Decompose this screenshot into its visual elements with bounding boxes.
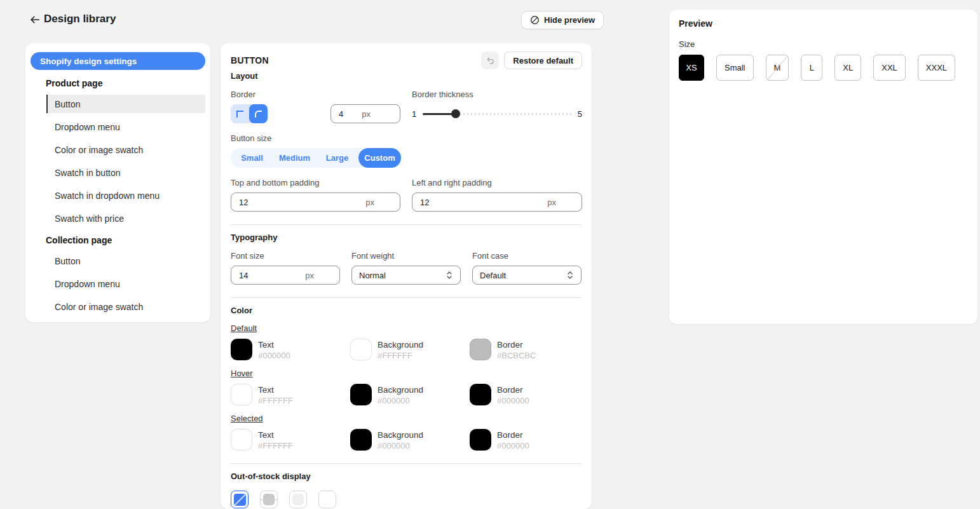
divider bbox=[231, 224, 582, 225]
hide-preview-label: Hide preview bbox=[544, 15, 595, 25]
oos-option-light-fill[interactable] bbox=[289, 491, 307, 508]
color-swatch[interactable] bbox=[350, 429, 372, 451]
swatch-hex: #000000 bbox=[258, 351, 290, 360]
sidebar-item-dropdown-menu[interactable]: Dropdown menu bbox=[31, 118, 205, 136]
color-swatch[interactable] bbox=[231, 429, 252, 451]
color-swatch-selected-border[interactable]: Border#000000 bbox=[470, 429, 582, 451]
color-swatch-selected-text[interactable]: Text#FFFFFF bbox=[231, 429, 350, 451]
sidebar-item-swatch-in-dropdown-menu[interactable]: Swatch in dropdown menu bbox=[31, 186, 205, 205]
arrow-left-icon bbox=[29, 14, 41, 27]
eye-off-icon bbox=[530, 15, 540, 25]
color-swatch-hover-border[interactable]: Border#000000 bbox=[470, 384, 582, 405]
border-radius-unit: px bbox=[362, 109, 392, 119]
font-case-select[interactable]: Default bbox=[472, 266, 582, 285]
color-swatch-hover-background[interactable]: Background#000000 bbox=[350, 384, 470, 405]
preview-size-button-l[interactable]: L bbox=[801, 55, 822, 81]
preview-size-button-m[interactable]: M bbox=[766, 55, 789, 81]
design-library-app: Design library Hide preview Shopify desi… bbox=[0, 0, 980, 509]
color-swatch[interactable] bbox=[470, 429, 491, 451]
color-swatch-default-border[interactable]: Border#BCBCBC bbox=[470, 339, 582, 360]
color-swatch-default-text[interactable]: Text#000000 bbox=[231, 339, 350, 360]
color-state-hover-label: Hover bbox=[231, 369, 253, 378]
font-size-value: 14 bbox=[239, 271, 248, 280]
hide-preview-button[interactable]: Hide preview bbox=[521, 11, 604, 29]
swatch-label: Border bbox=[497, 430, 529, 440]
color-swatch[interactable] bbox=[231, 339, 252, 360]
sidebar-item-collection-button[interactable]: Button bbox=[31, 252, 205, 270]
color-swatch-hover-text[interactable]: Text#FFFFFF bbox=[231, 384, 350, 405]
color-swatch-default-background[interactable]: Background#FFFFFF bbox=[350, 339, 470, 360]
oos-option-filled-strikethrough[interactable] bbox=[260, 491, 278, 508]
rounded-corner-icon bbox=[255, 111, 262, 118]
back-button[interactable] bbox=[28, 13, 42, 27]
oos-option-diagonal-line[interactable] bbox=[231, 491, 248, 508]
padding-vertical-unit: px bbox=[365, 198, 392, 207]
sidebar-item-button[interactable]: Button bbox=[46, 95, 205, 113]
preview-size-button-xl[interactable]: XL bbox=[834, 55, 861, 81]
updown-chevron-icon bbox=[566, 271, 574, 280]
border-square-corner-option[interactable] bbox=[231, 104, 249, 123]
preview-size-buttons: XS Small M L XL XXL XXXL bbox=[679, 55, 968, 81]
padding-vertical-input[interactable]: 12 px bbox=[231, 193, 400, 212]
color-swatch-selected-background[interactable]: Background#000000 bbox=[350, 429, 470, 451]
light-fill-icon bbox=[292, 494, 304, 505]
sidebar-item-swatch-with-price[interactable]: Swatch with price bbox=[31, 209, 205, 227]
button-size-label: Button size bbox=[231, 133, 582, 143]
slider-max-label: 5 bbox=[578, 109, 582, 119]
color-swatch[interactable] bbox=[470, 339, 491, 360]
swatch-label: Border bbox=[497, 385, 529, 395]
swatch-hex: #FFFFFF bbox=[258, 396, 293, 405]
preview-size-button-xxl[interactable]: XXL bbox=[873, 55, 906, 81]
swatch-label: Text bbox=[258, 430, 293, 440]
oos-option-none[interactable] bbox=[318, 491, 336, 508]
undo-icon bbox=[486, 56, 495, 65]
restore-default-button[interactable]: Restore default bbox=[504, 51, 582, 69]
page-title: Design library bbox=[44, 13, 116, 25]
sidebar-item-collection-dropdown-menu[interactable]: Dropdown menu bbox=[31, 275, 205, 293]
size-option-custom[interactable]: Custom bbox=[358, 148, 401, 168]
swatch-label: Background bbox=[378, 385, 423, 395]
size-option-large[interactable]: Large bbox=[316, 148, 358, 168]
swatch-hex: #000000 bbox=[378, 441, 423, 451]
color-swatch[interactable] bbox=[470, 384, 491, 405]
sidebar-item-shopify-design-settings[interactable]: Shopify design settings bbox=[31, 52, 205, 70]
swatch-label: Text bbox=[258, 340, 290, 350]
border-rounded-corner-option[interactable] bbox=[249, 104, 268, 123]
out-of-stock-heading: Out-of-stock display bbox=[231, 472, 582, 481]
size-option-small[interactable]: Small bbox=[231, 148, 273, 168]
undo-button[interactable] bbox=[481, 51, 499, 69]
border-thickness-slider[interactable] bbox=[423, 109, 571, 118]
sidebar-section-product-page: Product page bbox=[31, 78, 205, 88]
color-swatch[interactable] bbox=[350, 384, 372, 405]
color-swatch[interactable] bbox=[350, 339, 372, 360]
preview-size-button-small[interactable]: Small bbox=[716, 55, 754, 81]
swatch-hex: #000000 bbox=[497, 441, 529, 451]
swatch-label: Background bbox=[378, 430, 423, 440]
slider-thumb[interactable] bbox=[451, 109, 460, 118]
swatch-label: Background bbox=[378, 340, 423, 350]
border-radius-value: 4 bbox=[339, 109, 343, 119]
preview-size-button-xxxl[interactable]: XXXL bbox=[918, 55, 955, 81]
out-of-stock-strike bbox=[766, 55, 789, 81]
preview-title: Preview bbox=[679, 18, 968, 29]
size-option-medium[interactable]: Medium bbox=[273, 148, 316, 168]
swatch-hex: #BCBCBC bbox=[497, 351, 536, 360]
font-weight-label: Font weight bbox=[351, 251, 461, 261]
sidebar-item-swatch-in-button[interactable]: Swatch in button bbox=[31, 163, 205, 182]
swatch-hex: #000000 bbox=[378, 396, 423, 405]
button-size-segmented: Small Medium Large Custom bbox=[231, 148, 401, 168]
preview-size-button-xs[interactable]: XS bbox=[679, 55, 704, 81]
border-radius-input[interactable]: 4 px bbox=[330, 104, 400, 123]
font-weight-select[interactable]: Normal bbox=[351, 266, 461, 285]
padding-horizontal-input[interactable]: 12 px bbox=[412, 193, 582, 212]
color-swatch[interactable] bbox=[231, 384, 252, 405]
preview-panel: Preview Size XS Small M L XL XXL XXXL bbox=[669, 10, 977, 324]
settings-sidebar: Shopify design settings Product page But… bbox=[25, 43, 210, 322]
padding-horizontal-label: Left and right padding bbox=[412, 178, 582, 187]
swatch-hex: #000000 bbox=[497, 396, 529, 405]
square-corner-icon bbox=[236, 111, 243, 118]
sidebar-item-collection-color-or-image-swatch[interactable]: Color or image swatch bbox=[31, 297, 205, 316]
font-size-label: Font size bbox=[231, 251, 340, 261]
sidebar-item-color-or-image-swatch[interactable]: Color or image swatch bbox=[31, 140, 205, 159]
font-size-input[interactable]: 14 px bbox=[231, 266, 340, 285]
